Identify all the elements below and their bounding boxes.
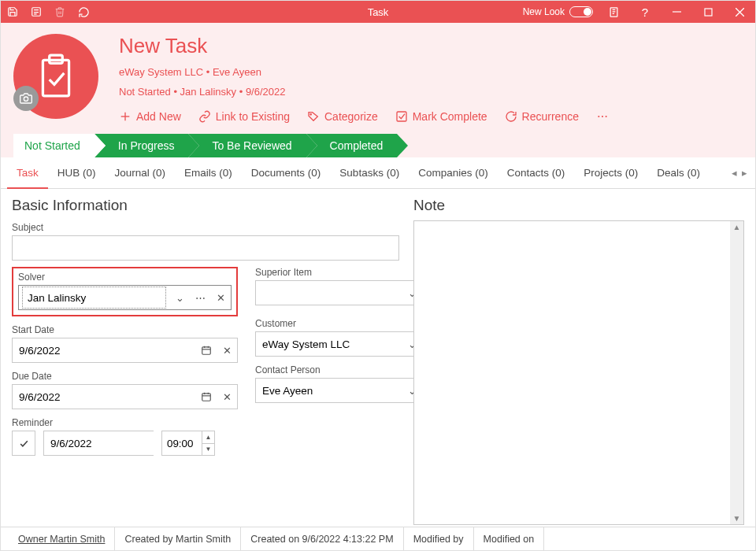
check-square-icon [395, 110, 408, 123]
tab-projects[interactable]: Projects (0) [574, 157, 647, 189]
tabs: Task HUB (0) Journal (0) Emails (0) Docu… [7, 157, 730, 189]
note-input[interactable] [414, 221, 730, 524]
link-existing-button[interactable]: Link to Existing [198, 110, 290, 123]
help-button[interactable]: ? [629, 1, 661, 23]
tab-documents[interactable]: Documents (0) [242, 157, 331, 189]
tab-task[interactable]: Task [7, 157, 48, 189]
reminder-time-input[interactable] [162, 431, 202, 455]
tab-contacts[interactable]: Contacts (0) [498, 157, 575, 189]
solver-input[interactable] [21, 286, 167, 309]
refresh-button[interactable] [72, 1, 95, 23]
reminder-time-field[interactable]: ▲ ▼ [161, 431, 215, 456]
minimize-button[interactable] [661, 1, 692, 23]
svg-rect-16 [202, 347, 211, 354]
stage-not-started[interactable]: Not Started [13, 134, 94, 157]
tab-companies[interactable]: Companies (0) [409, 157, 498, 189]
superior-input[interactable] [256, 281, 402, 305]
new-look-toggle[interactable]: New Look [518, 6, 598, 17]
svg-point-15 [606, 116, 607, 117]
tabs-scroll-right[interactable]: ▸ [740, 167, 749, 179]
time-up-button[interactable]: ▲ [202, 431, 214, 444]
calendar-icon [201, 391, 212, 402]
notes-icon [608, 6, 620, 18]
save-button[interactable] [1, 1, 24, 23]
clipboard-check-icon [36, 54, 76, 99]
solver-browse-button[interactable]: ⋯ [190, 286, 210, 309]
add-new-button[interactable]: Add New [119, 110, 181, 123]
contact-input[interactable] [256, 379, 402, 402]
svg-rect-12 [397, 112, 406, 121]
created-on-cell: Created on 9/6/2022 4:13:22 PM [241, 527, 403, 550]
due-date-picker-button[interactable] [196, 385, 217, 409]
start-date-clear-button[interactable]: ✕ [217, 338, 237, 362]
solver-field[interactable]: ⌄ ⋯ ✕ [18, 285, 232, 310]
recurrence-button[interactable]: Recurrence [505, 110, 579, 123]
more-icon: ⋯ [195, 292, 206, 304]
start-date-picker-button[interactable] [196, 338, 217, 362]
save-close-button[interactable] [24, 1, 48, 23]
customer-input[interactable] [256, 332, 402, 356]
tab-journal[interactable]: Journal (0) [106, 157, 176, 189]
due-date-field[interactable]: ✕ [12, 384, 238, 409]
scroll-up-icon: ▲ [733, 223, 741, 231]
x-icon: ✕ [217, 292, 225, 304]
tabs-scroll-left[interactable]: ◂ [730, 167, 739, 179]
reminder-checkbox[interactable] [12, 431, 35, 456]
reminder-label: Reminder [12, 417, 238, 428]
time-down-button[interactable]: ▼ [202, 444, 214, 456]
minimize-icon [673, 8, 681, 17]
reminder-date-field[interactable] [43, 431, 154, 456]
recurrence-icon [505, 110, 517, 123]
modified-on-cell: Modified on [474, 527, 545, 550]
close-button[interactable] [724, 1, 755, 23]
categorize-button[interactable]: Categorize [307, 110, 378, 123]
tab-hub[interactable]: HUB (0) [48, 157, 106, 189]
modified-by-cell: Modified by [404, 527, 474, 550]
start-date-input[interactable] [13, 338, 196, 362]
subject-field[interactable] [12, 235, 399, 261]
subject-input[interactable] [13, 236, 398, 260]
due-date-label: Due Date [12, 371, 238, 382]
camera-icon [20, 92, 32, 105]
chevron-down-icon: ⌄ [176, 292, 184, 304]
more-actions-button[interactable] [596, 110, 609, 123]
scroll-down-icon: ▼ [733, 514, 741, 523]
note-scrollbar[interactable]: ▲ ▼ [730, 221, 743, 524]
solver-dropdown-button[interactable]: ⌄ [169, 286, 190, 309]
solver-label: Solver [18, 272, 232, 283]
save-icon [7, 6, 18, 17]
svg-rect-6 [43, 60, 69, 96]
note-title: Note [413, 197, 744, 214]
notes-button[interactable] [598, 1, 629, 23]
refresh-icon [78, 6, 90, 18]
stage-completed[interactable]: Completed [306, 134, 398, 157]
maximize-button[interactable] [692, 1, 724, 23]
owner-cell[interactable]: Owner Martin Smith [9, 527, 115, 550]
new-look-label: New Look [523, 6, 565, 17]
svg-rect-3 [705, 9, 712, 16]
svg-point-14 [602, 116, 603, 117]
change-image-button[interactable] [13, 86, 39, 111]
workflow-stages: Not Started In Progress To Be Reviewed C… [13, 134, 743, 157]
x-icon: ✕ [223, 391, 232, 403]
solver-clear-button[interactable]: ✕ [210, 286, 231, 309]
tab-deals[interactable]: Deals (0) [647, 157, 710, 189]
basic-info-title: Basic Information [12, 197, 399, 214]
check-icon [19, 438, 29, 449]
stage-to-be-reviewed[interactable]: To Be Reviewed [188, 134, 306, 157]
delete-button[interactable] [48, 1, 72, 23]
status-line: Not StartedJan Lalinsky9/6/2022 [119, 86, 743, 98]
start-date-field[interactable]: ✕ [12, 338, 238, 363]
tab-emails[interactable]: Emails (0) [175, 157, 242, 189]
mark-complete-button[interactable]: Mark Complete [395, 110, 487, 123]
plus-icon [119, 110, 132, 123]
x-icon: ✕ [223, 345, 232, 357]
stage-in-progress[interactable]: In Progress [94, 134, 189, 157]
svg-point-13 [598, 116, 599, 117]
maximize-icon [704, 8, 713, 17]
close-icon [736, 8, 744, 17]
due-date-input[interactable] [13, 385, 196, 409]
due-date-clear-button[interactable]: ✕ [217, 385, 237, 409]
toggle-switch-icon [569, 6, 593, 17]
tab-subtasks[interactable]: Subtasks (0) [330, 157, 409, 189]
